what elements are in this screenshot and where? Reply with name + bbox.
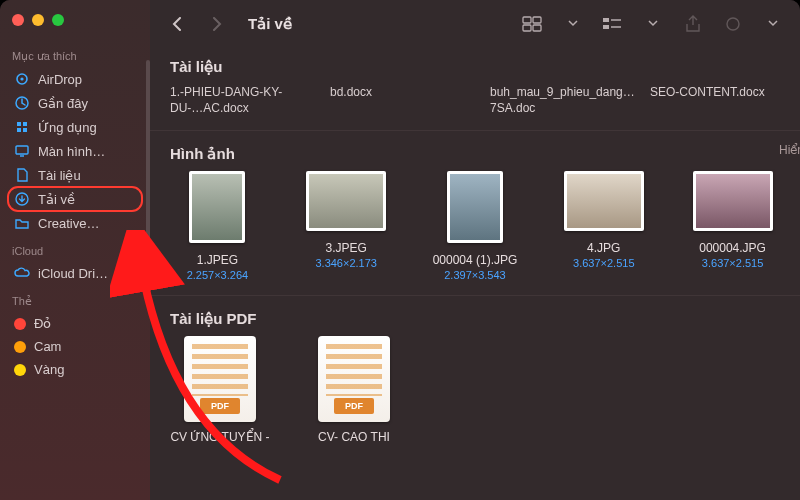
sidebar-item-applications[interactable]: Ứng dụng [8,115,142,139]
back-button[interactable] [164,11,190,37]
sidebar-heading-icloud: iCloud [12,245,142,257]
section-title: Tài liệu PDF [170,310,780,328]
image-item[interactable]: 000004 (1).JPG 2.397×3.543 [428,171,523,281]
file-name: 000004 (1).JPG [433,253,518,267]
sidebar-item-label: Creative… [38,216,99,231]
tag-dot-icon [14,318,26,330]
image-item[interactable]: 4.JPG 3.637×2.515 [556,171,651,281]
clock-icon [14,95,30,111]
more-button[interactable] [760,11,786,37]
window-controls [8,10,142,40]
pdf-badge: PDF [200,398,240,414]
file-item[interactable]: 1.-PHIEU-DANG-KY-DU-…AC.docx [170,84,300,116]
sidebar-item-label: Tài liệu [38,168,81,183]
sidebar-item-label: Màn hình… [38,144,105,159]
svg-rect-8 [533,25,541,31]
view-gallery-button[interactable] [520,11,546,37]
sidebar-item-label: Ứng dụng [38,120,97,135]
sidebar-tag-yellow[interactable]: Vàng [8,358,142,381]
file-item[interactable]: bd.docx [330,84,460,116]
documents-row: 1.-PHIEU-DANG-KY-DU-…AC.docx bd.docx buh… [170,84,780,116]
toolbar: Tải về [150,0,800,48]
sidebar-item-label: Tải về [38,192,75,207]
sidebar-item-label: Vàng [34,362,64,377]
sidebar-tag-red[interactable]: Đỏ [8,312,142,335]
share-button[interactable] [680,11,706,37]
sidebar-item-icloud-drive[interactable]: iCloud Dri… [8,261,142,285]
tags-button[interactable] [720,11,746,37]
svg-point-11 [727,18,739,30]
image-dimensions: 3.637×2.515 [702,257,763,269]
chevron-down-icon[interactable] [560,11,586,37]
chevron-down-icon[interactable] [640,11,666,37]
svg-rect-5 [523,17,531,23]
svg-rect-3 [16,146,28,154]
file-item[interactable]: buh_mau_9_phieu_dang…7SA.doc [490,84,620,116]
file-name: 1.JPEG [197,253,238,267]
pdf-item[interactable]: PDF CV ỨNG TUYỂN - [170,336,270,444]
sidebar-item-label: Đỏ [34,316,51,331]
pdf-icon: PDF [184,336,256,422]
image-dimensions: 2.397×3.543 [444,269,505,281]
applications-icon [14,119,30,135]
sidebar-item-downloads[interactable]: Tải về [8,187,142,211]
file-name: CV ỨNG TUYỂN - [170,430,269,444]
folder-icon [14,215,30,231]
desktop-icon [14,143,30,159]
svg-rect-6 [533,17,541,23]
finder-window: Mục ưa thích AirDrop Gần đây Ứng dụng Mà… [0,0,800,500]
pdf-row: PDF CV ỨNG TUYỂN - PDF CV- CAO THI [170,336,780,444]
section-title: Hình ảnh [170,145,780,163]
sidebar-item-airdrop[interactable]: AirDrop [8,67,142,91]
file-name: 000004.JPG [699,241,766,255]
sidebar-item-creative[interactable]: Creative… [8,211,142,235]
images-row: 1.JPEG 2.257×3.264 3.JPEG 3.346×2.173 00… [170,171,780,281]
image-dimensions: 3.637×2.515 [573,257,634,269]
zoom-icon[interactable] [52,14,64,26]
pdf-icon: PDF [318,336,390,422]
show-all-link[interactable]: Hiển [779,143,800,157]
thumbnail-icon [189,171,245,243]
sidebar-item-desktop[interactable]: Màn hình… [8,139,142,163]
image-dimensions: 2.257×3.264 [187,269,248,281]
main-pane: Tải về Tài liệu 1.-PHIEU-DANG-KY-DU-…AC.… [150,0,800,500]
thumbnail-icon [564,171,644,231]
minimize-icon[interactable] [32,14,44,26]
section-documents: Tài liệu 1.-PHIEU-DANG-KY-DU-…AC.docx bd… [150,58,800,130]
sidebar: Mục ưa thích AirDrop Gần đây Ứng dụng Mà… [0,0,150,500]
sidebar-item-label: Cam [34,339,61,354]
image-dimensions: 3.346×2.173 [315,257,376,269]
image-item[interactable]: 1.JPEG 2.257×3.264 [170,171,265,281]
sidebar-item-label: iCloud Dri… [38,266,108,281]
window-title: Tải về [248,15,292,33]
section-images: Hình ảnh Hiển 1.JPEG 2.257×3.264 3.JPEG … [150,130,800,295]
tag-dot-icon [14,341,26,353]
sidebar-heading-tags: Thẻ [12,295,142,308]
image-item[interactable]: 000004.JPG 3.637×2.515 [685,171,780,281]
airdrop-icon [14,71,30,87]
file-name: 4.JPG [587,241,620,255]
file-item[interactable]: SEO-CONTENT.docx [650,84,780,116]
forward-button[interactable] [204,11,230,37]
sidebar-tag-orange[interactable]: Cam [8,335,142,358]
section-title: Tài liệu [170,58,780,76]
image-item[interactable]: 3.JPEG 3.346×2.173 [299,171,394,281]
svg-rect-10 [603,25,609,29]
close-icon[interactable] [12,14,24,26]
pdf-badge: PDF [334,398,374,414]
cloud-icon [14,265,30,281]
sidebar-item-label: Gần đây [38,96,88,111]
file-name: CV- CAO THI [318,430,390,444]
thumbnail-icon [447,171,503,243]
thumbnail-icon [306,171,386,231]
pdf-item[interactable]: PDF CV- CAO THI [304,336,404,444]
sidebar-item-recents[interactable]: Gần đây [8,91,142,115]
thumbnail-icon [693,171,773,231]
document-icon [14,167,30,183]
sidebar-item-label: AirDrop [38,72,82,87]
group-button[interactable] [600,11,626,37]
sidebar-item-documents[interactable]: Tài liệu [8,163,142,187]
tag-dot-icon [14,364,26,376]
svg-rect-9 [603,18,609,22]
svg-rect-7 [523,25,531,31]
